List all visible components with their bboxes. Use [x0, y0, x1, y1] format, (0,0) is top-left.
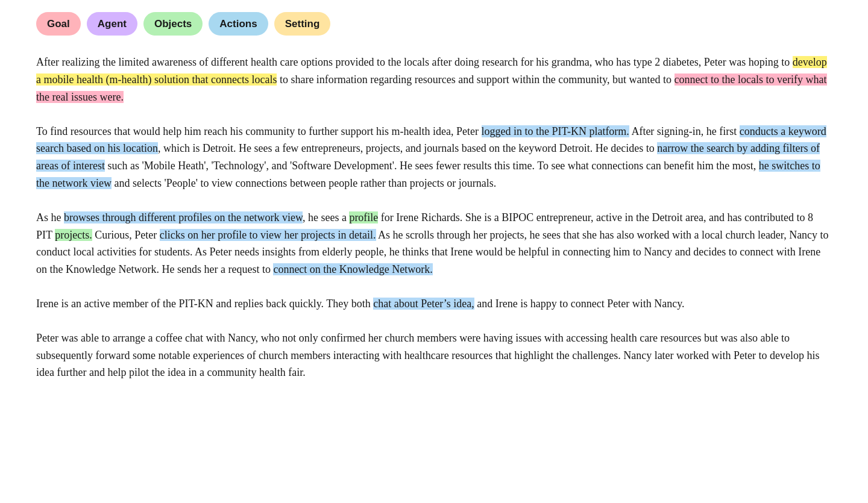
- p3-highlight-1: browses through different profiles on th…: [64, 211, 303, 223]
- p3-highlight-2: profile: [349, 211, 378, 223]
- p3-highlight-5: connect on the Knowledge Network.: [273, 263, 432, 275]
- p3-highlight-3: projects.: [55, 229, 92, 241]
- tags-row: Goal Agent Objects Actions Setting: [36, 12, 832, 36]
- p2-text-4: such as 'Mobile Heath', 'Technology', an…: [105, 160, 759, 172]
- p4-text-1: Irene is an active member of the PIT-KN …: [36, 298, 373, 310]
- tag-agent[interactable]: Agent: [87, 12, 137, 36]
- paragraph-3: As he browses through different profiles…: [36, 209, 832, 278]
- p2-text-5: and selects 'People' to view connections…: [112, 177, 496, 189]
- content-area: After realizing the limited awareness of…: [36, 54, 832, 381]
- p2-text-3: , which is Detroit. He sees a few entrep…: [158, 142, 657, 154]
- tag-actions[interactable]: Actions: [209, 12, 268, 36]
- p4-highlight-1: chat about Peter’s idea,: [373, 298, 474, 310]
- tag-objects[interactable]: Objects: [143, 12, 203, 36]
- paragraph-5: Peter was able to arrange a coffee chat …: [36, 330, 832, 381]
- paragraph-1: After realizing the limited awareness of…: [36, 54, 832, 105]
- tag-setting[interactable]: Setting: [274, 12, 331, 36]
- p1-text-1: After realizing the limited awareness of…: [36, 56, 793, 68]
- p3-text-2: , he sees a: [303, 211, 349, 223]
- p2-text-2: After signing-in, he first: [629, 125, 740, 137]
- p4-text-2: and Irene is happy to connect Peter with…: [474, 298, 685, 310]
- paragraph-2: To find resources that would help him re…: [36, 123, 832, 192]
- p3-text-4: Curious, Peter: [92, 229, 160, 241]
- tag-goal[interactable]: Goal: [36, 12, 81, 36]
- p1-text-2: to share information regarding resources…: [277, 73, 674, 86]
- p2-text-1: To find resources that would help him re…: [36, 125, 482, 137]
- p5-text: Peter was able to arrange a coffee chat …: [36, 332, 820, 379]
- p2-highlight-1: logged in to the PIT-KN platform.: [482, 125, 629, 137]
- p3-highlight-4: clicks on her profile to view her projec…: [160, 229, 376, 241]
- p3-text-1: As he: [36, 211, 64, 223]
- paragraph-4: Irene is an active member of the PIT-KN …: [36, 295, 832, 313]
